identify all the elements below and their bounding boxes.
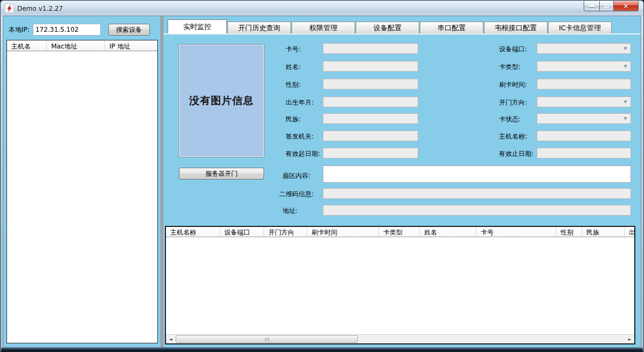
swipe-records-table: 主机名称 设备端口 开门方向 刷卡时间 卡类型 姓名 卡号 性别 民族 出生年月… bbox=[165, 226, 635, 344]
card-number-label: 卡号: bbox=[286, 43, 301, 54]
ethnicity-label: 民族: bbox=[286, 113, 301, 124]
column-header-door-direction[interactable]: 开门方向 bbox=[264, 227, 307, 237]
card-status-combo[interactable]: ▼ bbox=[537, 113, 631, 124]
name-field[interactable] bbox=[323, 61, 418, 72]
records-body bbox=[166, 237, 634, 334]
photo-placeholder-text: 没有图片信息 bbox=[189, 94, 254, 108]
photo-placeholder: 没有图片信息 bbox=[178, 44, 265, 157]
column-header-ip[interactable]: IP 地址 bbox=[105, 40, 157, 51]
app-logo-lightning-icon bbox=[5, 4, 14, 13]
thumb-grip bbox=[268, 337, 269, 341]
tab-permission-mgmt[interactable]: 权限管理 bbox=[292, 22, 355, 33]
tab-realtime-monitor[interactable]: 实时监控 bbox=[168, 19, 227, 33]
chevron-down-icon: ▼ bbox=[624, 64, 627, 68]
card-type-combo[interactable]: ▼ bbox=[537, 61, 631, 72]
thumb-grip bbox=[267, 337, 267, 341]
records-header: 主机名称 设备端口 开门方向 刷卡时间 卡类型 姓名 卡号 性别 民族 出生年月 bbox=[166, 227, 634, 237]
maximize-icon bbox=[604, 4, 609, 8]
minimize-icon bbox=[589, 5, 594, 7]
swipe-time-field[interactable] bbox=[537, 79, 631, 89]
horizontal-scrollbar[interactable]: ◄ ► bbox=[166, 334, 634, 343]
maximize-button[interactable] bbox=[599, 1, 614, 11]
card-number-field[interactable] bbox=[323, 43, 418, 54]
local-ip-label: 本地IP: bbox=[9, 25, 30, 34]
issuing-authority-label: 签发机关: bbox=[286, 130, 314, 141]
gender-field[interactable] bbox=[323, 79, 418, 89]
column-header-device-port[interactable]: 设备端口 bbox=[220, 227, 264, 237]
card-status-label: 卡状态: bbox=[499, 113, 521, 124]
address-field[interactable] bbox=[323, 205, 631, 216]
valid-from-field[interactable] bbox=[323, 148, 418, 158]
tab-device-config[interactable]: 设备配置 bbox=[356, 22, 419, 33]
title-bar[interactable]: Demo v1.2.27 ✕ bbox=[1, 1, 643, 16]
server-open-door-button[interactable]: 服务器开门 bbox=[179, 168, 264, 180]
tab-serial-config[interactable]: 串口配置 bbox=[420, 22, 483, 33]
window-frame-bottom bbox=[1, 348, 643, 351]
valid-from-label: 有效起日期: bbox=[286, 148, 320, 158]
tab-ic-card-mgmt[interactable]: IC卡信息管理 bbox=[548, 22, 612, 33]
address-label: 地址: bbox=[282, 205, 297, 216]
device-list-body bbox=[7, 51, 157, 343]
host-name-field[interactable] bbox=[537, 130, 631, 141]
swipe-time-label: 刷卡时间: bbox=[499, 79, 527, 89]
column-header-gender[interactable]: 性别 bbox=[556, 227, 582, 237]
device-search-panel: 本地IP: 搜索设备 主机名 Mac地址 IP 地址 bbox=[3, 16, 161, 347]
column-header-card-number[interactable]: 卡号 bbox=[476, 227, 556, 237]
main-panel: 实时监控 开门历史查询 权限管理 设备配置 串口配置 韦根接口配置 IC卡信息管… bbox=[163, 16, 641, 347]
minimize-button[interactable] bbox=[584, 1, 599, 11]
realtime-monitor-page: 没有图片信息 服务器开门 卡号: 姓名: 性别: 出生年月: 民族: 签发机关:… bbox=[163, 33, 641, 347]
scroll-left-icon[interactable]: ◄ bbox=[166, 335, 175, 343]
local-ip-input[interactable] bbox=[33, 24, 101, 36]
valid-to-field[interactable] bbox=[537, 148, 631, 158]
scrollbar-thumb[interactable] bbox=[176, 335, 358, 343]
device-port-combo[interactable]: ▼ bbox=[537, 43, 631, 54]
chevron-down-icon: ▼ bbox=[624, 46, 627, 51]
window-title: Demo v1.2.27 bbox=[17, 5, 63, 12]
column-header-swipe-time[interactable]: 刷卡时间 bbox=[307, 227, 379, 237]
tab-door-history[interactable]: 开门历史查询 bbox=[227, 22, 291, 33]
local-ip-row: 本地IP: 搜索设备 bbox=[9, 24, 155, 36]
tab-strip: 实时监控 开门历史查询 权限管理 设备配置 串口配置 韦根接口配置 IC卡信息管… bbox=[168, 19, 641, 33]
column-header-hostname[interactable]: 主机名 bbox=[7, 40, 47, 51]
card-type-label: 卡类型: bbox=[499, 61, 521, 72]
qr-code-info-label: 二维码信息: bbox=[279, 188, 314, 199]
column-header-mac[interactable]: Mac地址 bbox=[47, 40, 105, 51]
thumb-grip bbox=[265, 337, 266, 341]
birth-date-field[interactable] bbox=[323, 96, 418, 107]
close-button[interactable]: ✕ bbox=[614, 1, 639, 11]
search-device-button[interactable]: 搜索设备 bbox=[108, 24, 150, 36]
gender-label: 性别: bbox=[286, 79, 301, 89]
sector-content-field[interactable] bbox=[323, 165, 631, 183]
close-icon: ✕ bbox=[623, 2, 629, 10]
device-list: 主机名 Mac地址 IP 地址 bbox=[6, 40, 158, 343]
birth-date-label: 出生年月: bbox=[286, 96, 314, 107]
scroll-right-icon[interactable]: ► bbox=[625, 335, 634, 343]
column-header-ethnicity[interactable]: 民族 bbox=[582, 227, 625, 237]
qr-code-info-field[interactable] bbox=[323, 188, 631, 199]
tab-wiegand-config[interactable]: 韦根接口配置 bbox=[484, 22, 548, 33]
sector-content-label: 扇区内容: bbox=[282, 170, 310, 181]
valid-to-label: 有效止日期: bbox=[499, 148, 534, 158]
column-header-card-type[interactable]: 卡类型 bbox=[379, 227, 420, 237]
door-direction-label: 开门方向: bbox=[499, 96, 527, 107]
app-window: Demo v1.2.27 ✕ 本地IP: 搜索设备 主机名 Mac地址 IP 地… bbox=[0, 0, 644, 352]
client-area: 本地IP: 搜索设备 主机名 Mac地址 IP 地址 实时监控 开门历史查询 权… bbox=[3, 16, 641, 348]
column-header-birth-date[interactable]: 出生年月 bbox=[625, 227, 634, 237]
window-controls: ✕ bbox=[584, 1, 639, 11]
column-header-host-name[interactable]: 主机名称 bbox=[166, 227, 220, 237]
door-direction-combo[interactable]: ▼ bbox=[537, 96, 631, 107]
chevron-down-icon: ▼ bbox=[624, 116, 627, 121]
name-label: 姓名: bbox=[286, 61, 301, 72]
chevron-down-icon: ▼ bbox=[624, 100, 627, 104]
ethnicity-field[interactable] bbox=[323, 113, 418, 124]
column-header-name[interactable]: 姓名 bbox=[420, 227, 476, 237]
host-name-label: 主机名称: bbox=[499, 130, 527, 141]
device-list-header: 主机名 Mac地址 IP 地址 bbox=[7, 40, 157, 51]
issuing-authority-field[interactable] bbox=[323, 130, 418, 141]
device-port-label: 设备端口: bbox=[499, 43, 527, 54]
